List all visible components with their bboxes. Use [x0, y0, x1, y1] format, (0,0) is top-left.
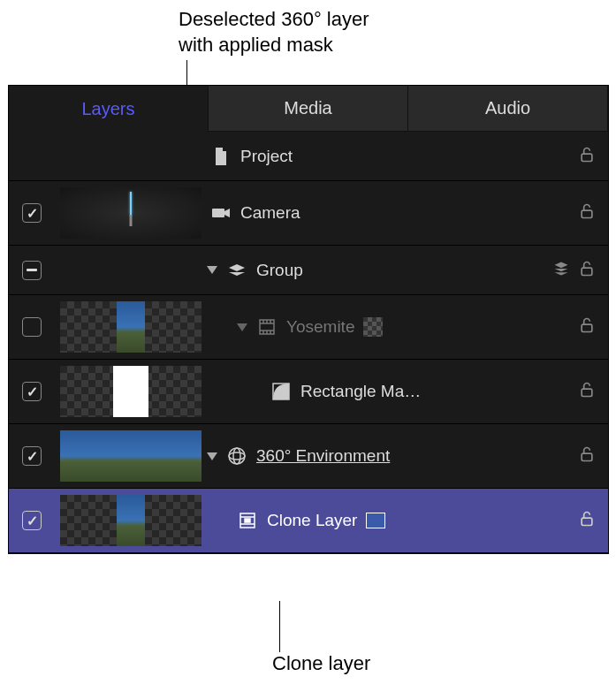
clone-swatch — [366, 513, 385, 528]
thumbnail-clone — [60, 495, 202, 546]
svg-point-18 — [233, 448, 240, 464]
disclosure-group[interactable] — [207, 266, 217, 274]
filmstrip-icon — [256, 316, 278, 338]
lock-icon[interactable] — [578, 146, 596, 167]
svg-rect-23 — [245, 519, 250, 522]
sphere-360-icon — [226, 445, 247, 467]
svg-rect-24 — [582, 518, 592, 525]
svg-rect-19 — [582, 453, 592, 460]
mask-icon — [270, 381, 292, 402]
checkbox-camera[interactable] — [22, 203, 42, 223]
clone-layer-icon — [237, 510, 258, 531]
layers-panel: Layers Media Audio Project — [8, 85, 609, 554]
row-project[interactable]: Project — [9, 132, 608, 181]
annotation-bottom: Clone layer — [272, 651, 370, 677]
row-rectangle-mask[interactable]: Rectangle Ma… — [9, 360, 608, 424]
lock-icon[interactable] — [578, 316, 596, 338]
disclosure-yosemite[interactable] — [237, 323, 247, 331]
checkbox-yosemite[interactable] — [22, 317, 42, 337]
row-clone-layer[interactable]: Clone Layer — [9, 489, 608, 553]
thumbnail-360env — [60, 430, 202, 482]
checkbox-group[interactable] — [22, 261, 42, 280]
thumbnail-yosemite — [60, 301, 202, 353]
row-yosemite[interactable]: Yosemite — [9, 295, 608, 360]
env360-label[interactable]: 360° Environment — [256, 446, 390, 466]
thumbnail-camera — [60, 187, 202, 239]
checkbox-360env[interactable] — [22, 446, 42, 466]
mask-label: Rectangle Ma… — [300, 382, 421, 401]
svg-rect-13 — [582, 324, 592, 331]
tab-audio[interactable]: Audio — [408, 86, 608, 132]
thumbnail-mask — [60, 366, 202, 417]
svg-rect-0 — [582, 154, 592, 161]
annotation-top: Deselected 360° layer with applied mask — [179, 7, 369, 57]
group-label: Group — [256, 261, 303, 280]
tab-bar: Layers Media Audio — [9, 86, 608, 132]
disclosure-360env[interactable] — [207, 452, 217, 460]
lock-icon[interactable] — [578, 202, 596, 224]
svg-rect-2 — [582, 210, 592, 217]
row-group[interactable]: Group — [9, 246, 608, 295]
lock-icon[interactable] — [578, 260, 596, 281]
tab-media[interactable]: Media — [209, 86, 408, 132]
clone-label: Clone Layer — [267, 511, 357, 530]
lock-icon[interactable] — [578, 445, 596, 467]
tab-layers[interactable]: Layers — [9, 86, 209, 132]
blend-mode-icon[interactable] — [551, 260, 571, 281]
callout-line-bottom — [279, 601, 280, 652]
svg-point-16 — [229, 448, 245, 464]
camera-label: Camera — [240, 203, 300, 223]
transparency-swatch — [363, 317, 383, 337]
svg-rect-15 — [582, 389, 592, 396]
lock-icon[interactable] — [578, 381, 596, 402]
group-icon — [226, 260, 247, 281]
checkbox-mask[interactable] — [22, 382, 42, 401]
svg-rect-3 — [582, 268, 592, 275]
lock-icon[interactable] — [578, 510, 596, 531]
yosemite-label: Yosemite — [286, 317, 354, 337]
svg-rect-1 — [212, 209, 224, 217]
project-label: Project — [240, 147, 293, 166]
project-icon — [210, 146, 232, 167]
svg-point-17 — [229, 452, 245, 460]
checkbox-clone[interactable] — [22, 511, 42, 530]
camera-icon — [210, 202, 232, 224]
row-360-environment[interactable]: 360° Environment — [9, 424, 608, 489]
row-camera[interactable]: Camera — [9, 181, 608, 246]
